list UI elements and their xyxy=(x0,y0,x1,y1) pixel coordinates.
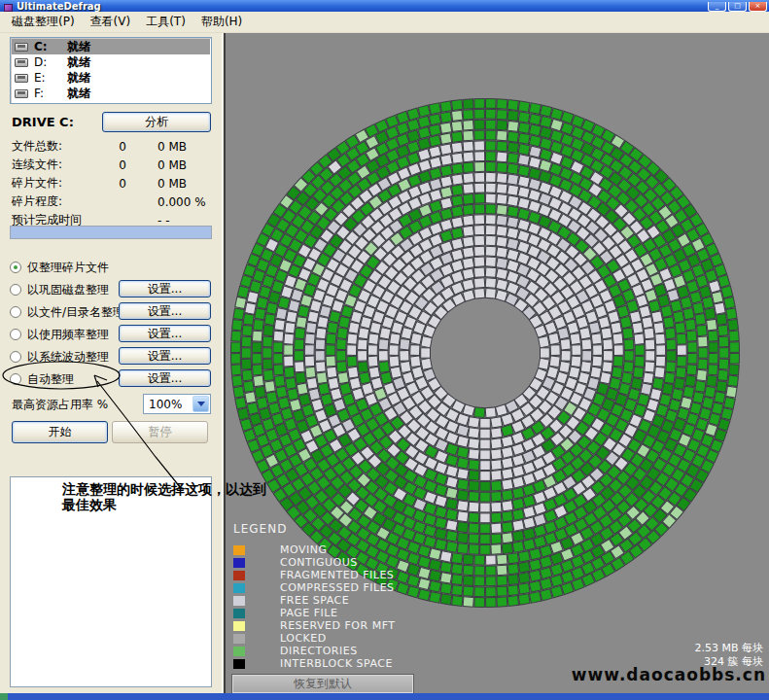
drive-letter: C: xyxy=(34,40,67,53)
settings-button-frequency[interactable]: 设置... xyxy=(119,325,211,342)
legend-item-locked: LOCKED xyxy=(233,632,395,645)
drive-list: C: 就绪 D: 就绪 E: 就绪 F: 就绪 xyxy=(10,37,212,104)
menu-tools[interactable]: 工具(T) xyxy=(138,12,193,32)
close-button[interactable]: × xyxy=(749,2,767,12)
legend-swatch-free-space xyxy=(233,596,245,606)
drive-status: 就绪 xyxy=(67,70,90,87)
legend-item-directories: DIRECTORIES xyxy=(233,645,395,657)
app-window: UltimateDefrag _ □ × 磁盘整理(P) 查看(V) 工具(T)… xyxy=(0,0,769,700)
settings-button-consolidate[interactable]: 设置... xyxy=(119,280,211,298)
block-size-info: 2.53 MB 每块 xyxy=(694,642,763,655)
resource-usage-value: 100% xyxy=(144,398,192,411)
drive-row-e[interactable]: E: 就绪 xyxy=(12,70,210,86)
drive-row-d[interactable]: D: 就绪 xyxy=(12,54,210,70)
legend-item-contiguous: CONTIGUOUS xyxy=(233,556,395,569)
results-list[interactable] xyxy=(10,476,212,687)
title-bar: UltimateDefrag _ □ × xyxy=(0,0,769,12)
method-frequency[interactable]: 以使用频率整理 设置... xyxy=(10,325,211,344)
legend-item-page-file: PAGE FILE xyxy=(233,607,395,619)
restore-default-button[interactable]: 恢复到默认 xyxy=(232,675,413,693)
method-auto[interactable]: 自动整理 设置... xyxy=(10,369,211,389)
settings-button-auto[interactable]: 设置... xyxy=(119,369,211,387)
legend-swatch-compressed xyxy=(233,583,245,593)
drive-row-f[interactable]: F: 就绪 xyxy=(12,86,210,101)
watermark-text: www.daocaobbs.cn xyxy=(572,665,766,684)
resource-usage-select[interactable]: 100% xyxy=(143,394,211,414)
drive-letter: F: xyxy=(34,87,67,100)
disk-map-panel: LEGEND MOVING CONTIGUOUS FRAGMENTED FILE… xyxy=(226,33,769,693)
window-corner xyxy=(0,693,8,700)
drive-icon xyxy=(15,74,28,83)
legend-swatch-fragmented xyxy=(233,571,245,580)
stat-fragmented-files: 碎片文件: 0 0 MB xyxy=(12,174,211,192)
control-panel: C: 就绪 D: 就绪 E: 就绪 F: 就绪 DRIVE C: 分析 xyxy=(0,33,223,693)
legend-item-free-space: FREE SPACE xyxy=(233,594,395,607)
menu-defrag[interactable]: 磁盘整理(P) xyxy=(4,12,83,32)
app-icon xyxy=(4,4,13,12)
drive-icon xyxy=(15,58,28,67)
settings-button-filename[interactable]: 设置... xyxy=(119,302,211,320)
drive-status: 就绪 xyxy=(67,39,90,55)
radio-fragmented-only[interactable] xyxy=(10,262,21,273)
radio-filename[interactable] xyxy=(10,306,21,318)
maximize-button[interactable]: □ xyxy=(728,2,747,12)
legend-item-mft: RESERVED FOR MFT xyxy=(233,619,395,632)
legend-swatch-contiguous xyxy=(233,558,245,568)
legend-item-fragmented: FRAGMENTED FILES xyxy=(233,569,395,581)
start-button[interactable]: 开始 xyxy=(12,421,108,443)
drive-icon xyxy=(15,89,28,98)
legend: LEGEND MOVING CONTIGUOUS FRAGMENTED FILE… xyxy=(233,522,395,670)
drive-stats: 文件总数: 0 0 MB 连续文件: 0 0 MB 碎片文件: 0 0 MB 碎… xyxy=(12,137,211,229)
legend-swatch-locked xyxy=(233,634,245,644)
drive-icon xyxy=(15,43,28,52)
legend-swatch-interblock xyxy=(233,659,245,669)
stat-total-files: 文件总数: 0 0 MB xyxy=(12,137,211,156)
settings-button-volatility[interactable]: 设置... xyxy=(119,347,211,365)
legend-title: LEGEND xyxy=(233,522,395,536)
drive-status: 就绪 xyxy=(67,54,90,71)
legend-swatch-mft xyxy=(233,621,245,631)
minimize-button[interactable]: _ xyxy=(708,2,726,12)
method-filename[interactable]: 以文件/目录名整理 设置... xyxy=(10,302,211,322)
radio-consolidate[interactable] xyxy=(10,284,21,296)
method-volatility[interactable]: 以系统波动整理 设置... xyxy=(10,347,211,367)
legend-swatch-moving xyxy=(233,545,245,555)
legend-swatch-directories xyxy=(233,647,245,656)
radio-auto[interactable] xyxy=(10,373,21,385)
radio-volatility[interactable] xyxy=(10,351,21,363)
legend-item-compressed: COMPRESSED FILES xyxy=(233,581,395,594)
stat-contiguous-files: 连续文件: 0 0 MB xyxy=(12,156,211,174)
drive-title: DRIVE C: xyxy=(12,115,74,129)
window-title: UltimateDefrag xyxy=(17,1,708,12)
menu-bar: 磁盘整理(P) 查看(V) 工具(T) 帮助(H) xyxy=(0,12,769,33)
menu-help[interactable]: 帮助(H) xyxy=(193,12,250,32)
method-consolidate[interactable]: 以巩固磁盘整理 设置... xyxy=(10,280,211,299)
legend-item-interblock: INTERBLOCK SPACE xyxy=(233,657,395,670)
chevron-down-icon xyxy=(197,402,205,406)
drive-letter: D: xyxy=(34,55,67,69)
stat-fragmentation: 碎片程度: 0.000 % xyxy=(12,192,211,211)
combo-dropdown-button[interactable] xyxy=(192,396,209,412)
analyze-button[interactable]: 分析 xyxy=(102,112,211,132)
window-bottom-border xyxy=(0,693,769,700)
progress-bar xyxy=(10,226,212,239)
drive-row-c[interactable]: C: 就绪 xyxy=(12,39,210,54)
drive-status: 就绪 xyxy=(67,86,90,102)
method-fragmented-only[interactable]: 仅整理碎片文件 xyxy=(10,258,211,277)
drive-letter: E: xyxy=(34,71,67,85)
pause-button[interactable]: 暂停 xyxy=(112,421,208,443)
resource-usage-label: 最高资源占用率 % xyxy=(12,398,108,411)
legend-swatch-page-file xyxy=(233,609,245,618)
radio-frequency[interactable] xyxy=(10,329,21,340)
menu-view[interactable]: 查看(V) xyxy=(83,12,139,32)
legend-item-moving: MOVING xyxy=(233,543,395,556)
